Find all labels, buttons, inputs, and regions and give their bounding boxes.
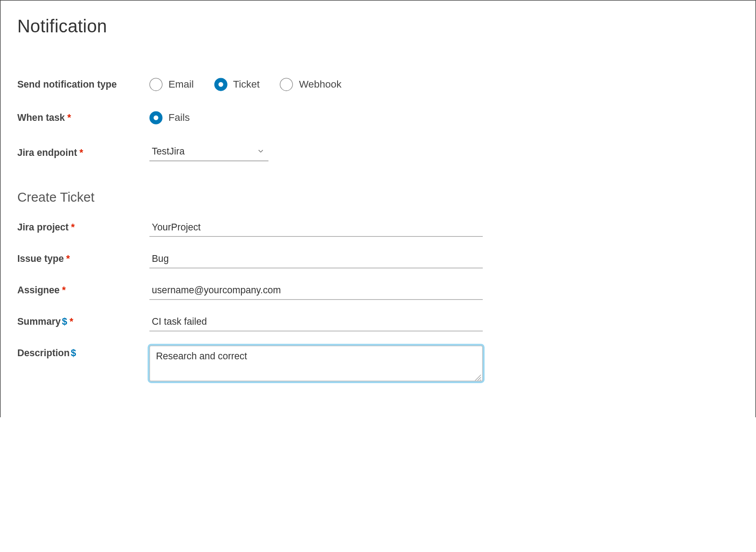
row-assignee: Assignee* — [17, 283, 738, 300]
label-assignee: Assignee* — [17, 283, 149, 296]
label-jira-endpoint: Jira endpoint* — [17, 147, 149, 158]
label-send-type: Send notification type — [17, 79, 149, 90]
label-summary: Summary$* — [17, 314, 149, 327]
variable-icon: $ — [62, 317, 67, 327]
required-marker: * — [70, 317, 73, 327]
label-description: Description$ — [17, 345, 149, 358]
radio-ticket-label: Ticket — [233, 79, 260, 90]
radio-circle-icon — [149, 111, 162, 124]
description-textarea[interactable] — [150, 346, 482, 381]
required-marker: * — [62, 285, 66, 295]
radio-email[interactable]: Email — [149, 78, 194, 91]
required-marker: * — [66, 253, 70, 264]
jira-project-input[interactable] — [149, 220, 483, 237]
radio-fails-label: Fails — [169, 112, 190, 124]
row-issue-type: Issue type* — [17, 251, 738, 268]
page-title: Notification — [17, 16, 738, 36]
label-issue-type: Issue type* — [17, 251, 149, 264]
jira-endpoint-select[interactable]: TestJira — [149, 145, 268, 161]
variable-icon: $ — [71, 348, 76, 358]
label-when-task: When task* — [17, 112, 149, 123]
row-send-type: Send notification type Email Ticket Webh… — [17, 78, 738, 91]
row-description: Description$ — [17, 345, 738, 381]
required-marker: * — [71, 222, 75, 232]
notification-panel: Notification Send notification type Emai… — [0, 0, 756, 417]
row-jira-endpoint: Jira endpoint* TestJira — [17, 145, 738, 161]
label-jira-project: Jira project* — [17, 220, 149, 233]
radio-fails[interactable]: Fails — [149, 111, 190, 124]
radio-circle-icon — [149, 78, 162, 91]
resize-handle-icon[interactable] — [474, 372, 481, 380]
row-when-task: When task* Fails — [17, 111, 738, 124]
when-task-radio-group: Fails — [149, 111, 190, 124]
summary-input[interactable] — [149, 314, 483, 331]
radio-webhook-label: Webhook — [299, 79, 342, 90]
assignee-input[interactable] — [149, 283, 483, 300]
radio-email-label: Email — [169, 79, 194, 90]
send-type-radio-group: Email Ticket Webhook — [149, 78, 341, 91]
radio-circle-icon — [280, 78, 293, 91]
issue-type-input[interactable] — [149, 251, 483, 268]
section-create-ticket: Create Ticket — [17, 190, 738, 205]
row-summary: Summary$* — [17, 314, 738, 331]
radio-circle-icon — [214, 78, 227, 91]
required-marker: * — [67, 112, 71, 123]
description-textarea-wrap — [149, 345, 483, 381]
radio-webhook[interactable]: Webhook — [280, 78, 342, 91]
jira-endpoint-value: TestJira — [149, 145, 268, 161]
radio-ticket[interactable]: Ticket — [214, 78, 260, 91]
required-marker: * — [80, 147, 83, 158]
row-jira-project: Jira project* — [17, 220, 738, 237]
